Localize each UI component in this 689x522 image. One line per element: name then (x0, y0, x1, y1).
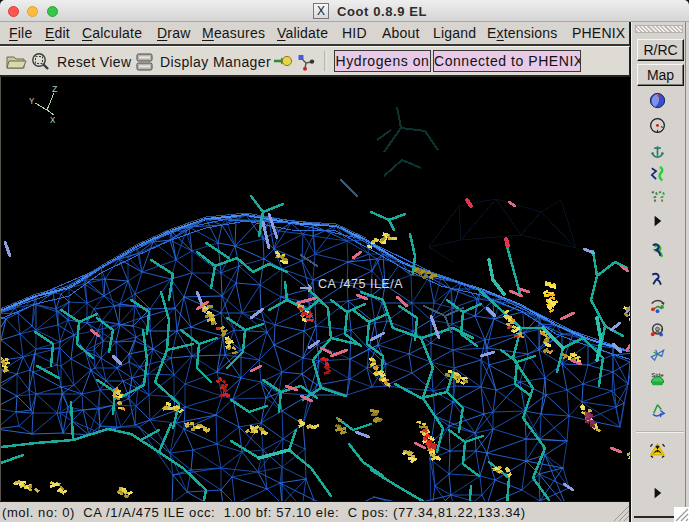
svg-text:X: X (50, 116, 56, 126)
svg-text:CA /475 ILE/A: CA /475 ILE/A (318, 277, 403, 291)
svg-text:Y: Y (29, 97, 35, 107)
svg-text:Z: Z (52, 85, 58, 95)
